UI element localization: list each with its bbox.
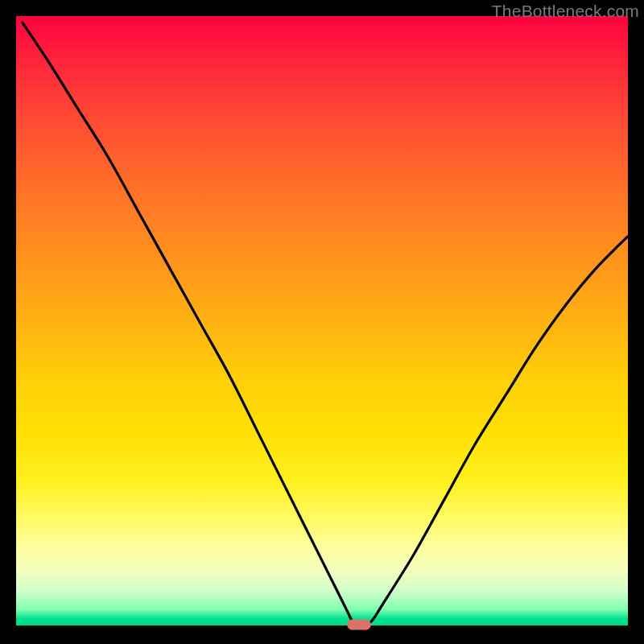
chart-container: TheBottleneck.com: [0, 0, 644, 644]
watermark-text: TheBottleneck.com: [492, 2, 639, 21]
optimal-marker: [347, 620, 371, 630]
x-axis-line: [16, 625, 628, 628]
curve-svg: [16, 16, 628, 628]
bottleneck-curve-path: [23, 23, 628, 628]
